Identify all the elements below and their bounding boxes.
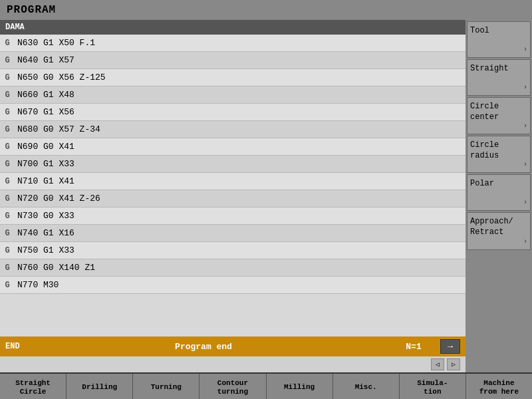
table-row[interactable]: GN700 G1 X33 — [0, 156, 466, 173]
table-row[interactable]: GN710 G1 X41 — [0, 173, 466, 190]
sidebar-btn-1[interactable]: Straight› — [467, 59, 531, 96]
table-row[interactable]: GN720 G0 X41 Z-26 — [0, 190, 466, 207]
bottom-tab-bar: StraightCircleDrillingTurningContourturn… — [0, 372, 532, 399]
right-sidebar: Tool›Straight›Circle center›Circle radiu… — [466, 20, 532, 372]
row-g-label: G — [0, 73, 15, 82]
end-text: Program end — [20, 342, 387, 352]
table-row[interactable]: GN670 G1 X56 — [0, 104, 466, 121]
row-code-text: N740 G1 X16 — [15, 228, 466, 238]
row-code-text: N670 G1 X56 — [15, 107, 466, 117]
table-row[interactable]: GN640 G1 X57 — [0, 52, 466, 69]
row-code-text: N720 G0 X41 Z-26 — [15, 194, 466, 203]
table-row[interactable]: GN760 G0 X140 Z1 — [0, 259, 466, 277]
row-g-label: G — [0, 263, 15, 273]
tab-4[interactable]: Milling — [267, 374, 333, 399]
sidebar-btn-2[interactable]: Circle center› — [467, 97, 531, 134]
sidebar-btn-label: Circle radius — [470, 140, 527, 161]
row-g-label: G — [0, 177, 15, 186]
row-g-label: G — [0, 90, 15, 100]
sidebar-btn-4[interactable]: Polar› — [467, 174, 531, 211]
table-row[interactable]: GN660 G1 X48 — [0, 86, 466, 104]
sidebar-btn-arrow: › — [523, 161, 527, 168]
row-code-text: N660 G1 X48 — [15, 90, 466, 100]
row-g-label: G — [0, 142, 15, 152]
end-n: N=1 — [387, 342, 440, 352]
row-code-text: N690 G0 X41 — [15, 142, 466, 152]
row-g-label: G — [0, 125, 15, 134]
program-lines: GN630 G1 X50 F.1GN640 G1 X57GN650 G0 X56… — [0, 35, 466, 336]
sidebar-btn-label: Straight — [470, 64, 527, 74]
row-g-label: G — [0, 39, 15, 48]
table-row[interactable]: GN690 G0 X41 — [0, 138, 466, 156]
end-label: END — [5, 342, 20, 351]
row-g-label: G — [0, 160, 15, 169]
row-g-label: G — [0, 281, 15, 290]
app-title: PROGRAM — [7, 4, 56, 16]
tab-0[interactable]: StraightCircle — [0, 374, 66, 399]
tab-5[interactable]: Misc. — [333, 374, 400, 399]
row-code-text: N630 G1 X50 F.1 — [15, 38, 466, 48]
nav-arrows: ◁ ▷ — [0, 356, 466, 372]
sidebar-btn-label: Tool — [470, 26, 527, 37]
row-g-label: G — [0, 229, 15, 238]
table-row[interactable]: GN750 G1 X33 — [0, 242, 466, 259]
sidebar-btn-arrow: › — [523, 199, 527, 206]
row-g-label: G — [0, 108, 15, 117]
tab-1[interactable]: Drilling — [66, 374, 133, 399]
program-end-bar: END Program end N=1 → — [0, 336, 466, 356]
sidebar-btn-5[interactable]: Approach/ Retract› — [467, 212, 531, 249]
tab-7[interactable]: Machinefrom here — [466, 374, 532, 399]
table-row[interactable]: GN650 G0 X56 Z-125 — [0, 69, 466, 86]
title-bar: PROGRAM — [0, 0, 532, 20]
nav-next-btn[interactable]: ▷ — [447, 358, 460, 370]
table-row[interactable]: GN730 G0 X33 — [0, 207, 466, 225]
table-row[interactable]: GN740 G1 X16 — [0, 225, 466, 242]
dama-label: DAMA — [5, 23, 25, 32]
sidebar-btn-arrow: › — [523, 46, 527, 53]
sidebar-btn-label: Approach/ Retract — [470, 217, 527, 237]
row-code-text: N710 G1 X41 — [15, 176, 466, 186]
end-arrow[interactable]: → — [440, 339, 460, 354]
row-code-text: N730 G0 X33 — [15, 211, 466, 221]
row-g-label: G — [0, 246, 15, 255]
dama-header: DAMA — [0, 20, 466, 35]
table-row[interactable]: GN630 G1 X50 F.1 — [0, 35, 466, 52]
nav-prev-btn[interactable]: ◁ — [431, 358, 444, 370]
row-g-label: G — [0, 194, 15, 203]
table-row[interactable]: GN680 G0 X57 Z-34 — [0, 121, 466, 138]
sidebar-btn-0[interactable]: Tool› — [467, 21, 531, 58]
sidebar-btn-arrow: › — [523, 238, 527, 245]
sidebar-btn-label: Circle center — [470, 102, 527, 122]
content-panel: DAMA GN630 G1 X50 F.1GN640 G1 X57GN650 G… — [0, 20, 466, 372]
sidebar-btn-label: Polar — [470, 179, 527, 190]
tab-2[interactable]: Turning — [133, 374, 200, 399]
tab-6[interactable]: Simula-tion — [400, 374, 466, 399]
row-code-text: N640 G1 X57 — [15, 55, 466, 65]
sidebar-btn-arrow: › — [523, 122, 527, 130]
row-g-label: G — [0, 211, 15, 221]
row-code-text: N650 G0 X56 Z-125 — [15, 72, 466, 82]
row-g-label: G — [0, 56, 15, 65]
row-code-text: N700 G1 X33 — [15, 159, 466, 169]
row-code-text: N680 G0 X57 Z-34 — [15, 124, 466, 134]
main-area: DAMA GN630 G1 X50 F.1GN640 G1 X57GN650 G… — [0, 20, 532, 372]
table-row[interactable]: GN770 M30 — [0, 277, 466, 294]
sidebar-btn-arrow: › — [523, 84, 527, 91]
row-code-text: N760 G0 X140 Z1 — [15, 263, 466, 273]
row-code-text: N770 M30 — [15, 280, 466, 290]
row-code-text: N750 G1 X33 — [15, 245, 466, 255]
sidebar-btn-3[interactable]: Circle radius› — [467, 136, 531, 173]
tab-3[interactable]: Contourturning — [200, 374, 266, 399]
